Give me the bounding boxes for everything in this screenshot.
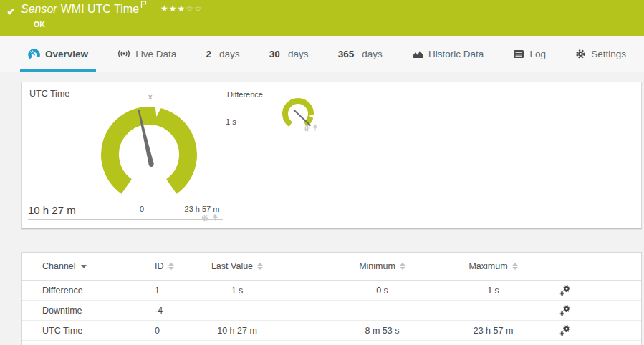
gauge-difference-value: 1 s <box>226 117 236 126</box>
gauge-utc-title: UTC Time <box>29 89 69 99</box>
stars-filled: ★★★ <box>160 4 186 14</box>
cell-minimum: 0 s <box>341 286 423 296</box>
gauge-difference-gear-icon[interactable] <box>303 122 310 135</box>
cell-channel: UTC Time <box>42 326 155 336</box>
sort-icon <box>257 263 263 270</box>
tab-30-days-number: 30 <box>269 49 280 59</box>
cell-last-value: 1 s <box>198 286 277 296</box>
overview-gauges-panel: UTC Time x̄ 10 h 27 m 0 23 h 57 m Differ… <box>21 82 642 229</box>
column-header-maximum[interactable]: Maximum <box>452 261 534 271</box>
column-header-channel-label: Channel <box>42 261 76 271</box>
column-header-last-value-label: Last Value <box>211 261 253 271</box>
gauge-icon <box>28 48 40 60</box>
channels-table-panel: Channel ID Last Value Minimum Maximum Di… <box>21 252 642 345</box>
priority-stars[interactable]: ★★★☆☆ <box>160 4 203 14</box>
gauge-utc-value: 10 h 27 m <box>28 204 76 216</box>
sensor-name: WMI UTC Time <box>61 3 139 15</box>
tab-historic-data-label: Historic Data <box>428 49 484 59</box>
table-header-row: Channel ID Last Value Minimum Maximum <box>22 253 641 281</box>
tab-365-days[interactable]: 365 days <box>330 36 390 72</box>
tab-live-data-label: Live Data <box>135 49 176 59</box>
table-row-difference: Difference 1 1 s 0 s 1 s <box>22 281 641 301</box>
column-header-id[interactable]: ID <box>155 261 198 271</box>
tab-settings-label: Settings <box>591 49 626 59</box>
tab-overview-label: Overview <box>45 49 88 59</box>
cell-minimum: 8 m 53 s <box>341 326 423 336</box>
stars-empty: ☆☆ <box>186 4 203 14</box>
tab-30-days-label: days <box>288 49 309 59</box>
tab-overview[interactable]: Overview <box>20 36 96 72</box>
broadcast-icon <box>117 48 130 59</box>
cell-id: 0 <box>155 326 198 336</box>
sensor-header: ✔ SensorWMI UTC Time ★★★☆☆ OK <box>0 0 644 36</box>
cell-id: 1 <box>155 286 198 296</box>
tab-365-days-number: 365 <box>338 49 355 59</box>
column-header-last-value[interactable]: Last Value <box>198 261 277 271</box>
log-list-icon <box>513 49 524 59</box>
table-row-downtime: Downtime -4 <box>22 301 641 321</box>
tab-2-days-number: 2 <box>206 49 212 59</box>
prtg-sensor-page: ✔ SensorWMI UTC Time ★★★☆☆ OK Overview <box>0 0 644 345</box>
sort-icon <box>512 263 518 270</box>
tab-365-days-label: days <box>362 49 383 59</box>
gear-icon <box>575 49 586 59</box>
tab-settings[interactable]: Settings <box>567 36 634 72</box>
gauge-difference-pin-icon[interactable] <box>312 122 318 135</box>
tab-log-label: Log <box>529 49 546 59</box>
sort-icon <box>400 263 405 270</box>
channel-settings-icon[interactable] <box>559 285 575 296</box>
utc-time-gauge <box>95 99 203 215</box>
column-header-maximum-label: Maximum <box>468 261 507 271</box>
sensor-kind-label: Sensor <box>21 3 57 15</box>
area-chart-icon <box>412 49 423 59</box>
table-row-utc-time: UTC Time 0 10 h 27 m 8 m 53 s 23 h 57 m <box>22 321 641 341</box>
cell-channel: Difference <box>42 286 155 296</box>
sort-icon <box>168 263 174 270</box>
sort-desc-icon <box>81 265 87 268</box>
status-ok-check-icon: ✔ <box>6 5 16 19</box>
cell-last-value: 10 h 27 m <box>198 326 277 336</box>
cell-maximum: 23 h 57 m <box>452 326 534 336</box>
cell-maximum: 1 s <box>452 286 534 296</box>
page-title: SensorWMI UTC Time <box>21 3 145 16</box>
tab-live-data[interactable]: Live Data <box>110 36 184 72</box>
cell-id: -4 <box>155 306 198 316</box>
cell-channel: Downtime <box>42 306 155 316</box>
gauge-utc-pin-icon[interactable] <box>212 212 218 225</box>
tab-30-days[interactable]: 30 days <box>261 36 317 72</box>
flag-icon[interactable] <box>140 0 147 11</box>
column-header-minimum[interactable]: Minimum <box>341 261 423 271</box>
column-header-channel[interactable]: Channel <box>42 261 155 271</box>
channel-settings-icon[interactable] <box>559 325 575 336</box>
gauge-difference-title: Difference <box>227 90 263 99</box>
gauge-utc-underline <box>28 219 223 220</box>
tab-bar: Overview Live Data 2 days 30 days 365 <box>0 36 644 72</box>
tab-2-days-label: days <box>219 49 240 59</box>
tab-2-days[interactable]: 2 days <box>198 36 248 72</box>
channel-settings-icon[interactable] <box>559 305 575 316</box>
status-badge: OK <box>34 20 45 29</box>
gauge-utc-gear-icon[interactable] <box>201 212 209 225</box>
tab-historic-data[interactable]: Historic Data <box>404 36 491 72</box>
column-header-minimum-label: Minimum <box>359 261 395 271</box>
tab-log[interactable]: Log <box>505 36 554 72</box>
gauge-utc-scale-min: 0 <box>131 205 153 213</box>
column-header-id-label: ID <box>155 261 164 271</box>
